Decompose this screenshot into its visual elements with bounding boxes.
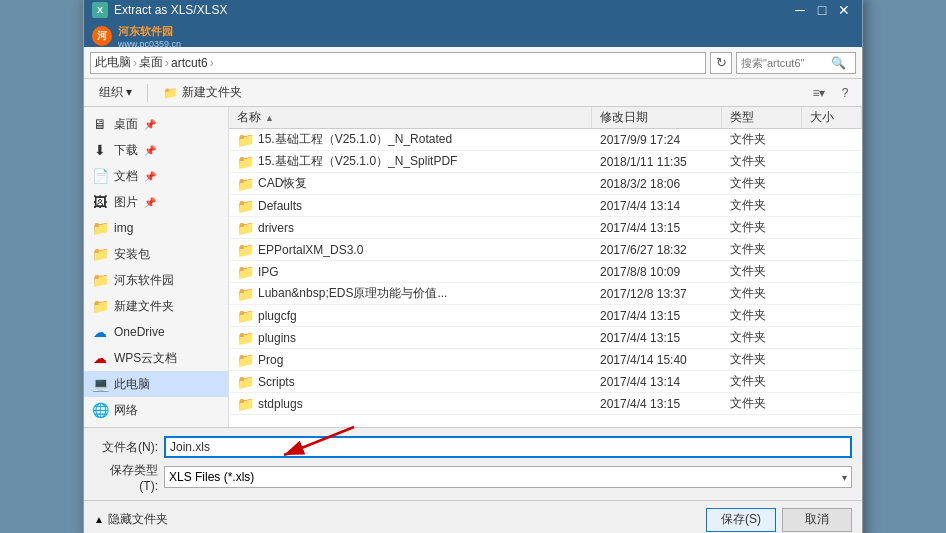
- file-list-header: 名称 ▲ 修改日期 类型 大小: [229, 107, 862, 129]
- filetype-dropdown[interactable]: XLS Files (*.xls) ▾: [164, 466, 852, 488]
- sidebar-item-downloads[interactable]: ⬇ 下载 📌: [84, 137, 228, 163]
- table-row[interactable]: 📁 Scripts 2017/4/4 13:14 文件夹: [229, 371, 862, 393]
- col-type-label: 类型: [730, 109, 754, 126]
- footer: ▲ 隐藏文件夹 保存(S) 取消: [84, 500, 862, 533]
- file-type-cell: 文件夹: [722, 373, 802, 390]
- filename-row: 文件名(N):: [94, 434, 852, 460]
- table-row[interactable]: 📁 EPPortalXM_DS3.0 2017/6/27 18:32 文件夹: [229, 239, 862, 261]
- col-header-type[interactable]: 类型: [722, 107, 802, 128]
- sidebar-item-network[interactable]: 🌐 网络: [84, 397, 228, 423]
- breadcrumb-desktop[interactable]: 桌面: [139, 54, 163, 71]
- table-row[interactable]: 📁 IPG 2017/8/8 10:09 文件夹: [229, 261, 862, 283]
- search-container: 🔍: [736, 52, 856, 74]
- col-header-name[interactable]: 名称 ▲: [229, 107, 592, 128]
- title-controls: ─ □ ✕: [790, 0, 854, 20]
- table-row[interactable]: 📁 plugins 2017/4/4 13:15 文件夹: [229, 327, 862, 349]
- sidebar-label-onedrive: OneDrive: [114, 325, 165, 339]
- folder-icon: 📁: [237, 396, 254, 412]
- file-type-cell: 文件夹: [722, 263, 802, 280]
- sidebar-label-thispc: 此电脑: [114, 376, 150, 393]
- logo-container: 河 河东软件园 www.pc0359.cn: [92, 24, 181, 49]
- file-date-cell: 2018/1/11 11:35: [592, 155, 722, 169]
- sidebar-item-img[interactable]: 📁 img: [84, 215, 228, 241]
- sidebar-item-documents[interactable]: 📄 文档 📌: [84, 163, 228, 189]
- help-button[interactable]: ?: [834, 82, 856, 104]
- file-name-cell: 📁 plugins: [229, 330, 592, 346]
- table-row[interactable]: 📁 15.基础工程（V25.1.0）_N_Rotated 2017/9/9 17…: [229, 129, 862, 151]
- hide-folders-toggle[interactable]: ▲ 隐藏文件夹: [94, 511, 168, 528]
- organize-button[interactable]: 组织 ▾: [90, 82, 141, 104]
- network-icon: 🌐: [92, 403, 108, 417]
- filename-label: 文件名(N):: [94, 439, 164, 456]
- col-header-date[interactable]: 修改日期: [592, 107, 722, 128]
- sidebar-item-inner: 🖼 图片: [92, 194, 138, 211]
- sidebar-item-pictures[interactable]: 🖼 图片 📌: [84, 189, 228, 215]
- table-row[interactable]: 📁 Prog 2017/4/14 15:40 文件夹: [229, 349, 862, 371]
- logo-texts: 河东软件园 www.pc0359.cn: [118, 24, 181, 49]
- file-name-cell: 📁 EPPortalXM_DS3.0: [229, 242, 592, 258]
- file-name-cell: 📁 Prog: [229, 352, 592, 368]
- sidebar-item-wps[interactable]: ☁ WPS云文档: [84, 345, 228, 371]
- title-bar: X Extract as XLS/XLSX ─ □ ✕: [84, 0, 862, 25]
- sidebar-item-hedong[interactable]: 📁 河东软件园: [84, 267, 228, 293]
- file-date-cell: 2018/3/2 18:06: [592, 177, 722, 191]
- sidebar-label-img: img: [114, 221, 133, 235]
- maximize-button[interactable]: □: [812, 0, 832, 20]
- refresh-button[interactable]: ↻: [710, 52, 732, 74]
- filename-input[interactable]: [164, 436, 852, 458]
- file-name-text: IPG: [258, 265, 279, 279]
- toolbar-separator: [147, 84, 148, 102]
- search-icon[interactable]: 🔍: [831, 56, 846, 70]
- address-bar: 此电脑 › 桌面 › artcut6 › ↻ 🔍: [84, 47, 862, 79]
- breadcrumb-pc[interactable]: 此电脑: [95, 54, 131, 71]
- main-dialog: X Extract as XLS/XLSX ─ □ ✕ 河 河东软件园 www.…: [83, 0, 863, 533]
- sidebar-item-desktop[interactable]: 🖥 桌面 📌: [84, 111, 228, 137]
- logo-icon: 河: [92, 26, 112, 46]
- sidebar-item-newfolder[interactable]: 📁 新建文件夹: [84, 293, 228, 319]
- sidebar-item-onedrive[interactable]: ☁ OneDrive: [84, 319, 228, 345]
- sidebar-item-thispc[interactable]: 💻 此电脑: [84, 371, 228, 397]
- sidebar-item-inner: 📄 文档: [92, 168, 138, 185]
- table-row[interactable]: 📁 drivers 2017/4/4 13:15 文件夹: [229, 217, 862, 239]
- file-name-cell: 📁 IPG: [229, 264, 592, 280]
- col-date-label: 修改日期: [600, 109, 648, 126]
- title-bar-left: X Extract as XLS/XLSX: [92, 2, 227, 18]
- table-row[interactable]: 📁 15.基础工程（V25.1.0）_N_SplitPDF 2018/1/11 …: [229, 151, 862, 173]
- folder-icon: 📁: [237, 286, 254, 302]
- sidebar-label-pictures: 图片: [114, 194, 138, 211]
- file-date-cell: 2017/12/8 13:37: [592, 287, 722, 301]
- cancel-button[interactable]: 取消: [782, 508, 852, 532]
- sidebar-item-install[interactable]: 📁 安装包: [84, 241, 228, 267]
- close-button[interactable]: ✕: [834, 0, 854, 20]
- table-row[interactable]: 📁 CAD恢复 2018/3/2 18:06 文件夹: [229, 173, 862, 195]
- install-folder-icon: 📁: [92, 247, 108, 261]
- file-type-cell: 文件夹: [722, 175, 802, 192]
- view-toggle-button[interactable]: ≡▾: [808, 82, 830, 104]
- img-folder-icon: 📁: [92, 221, 108, 235]
- table-row[interactable]: 📁 plugcfg 2017/4/4 13:15 文件夹: [229, 305, 862, 327]
- minimize-button[interactable]: ─: [790, 0, 810, 20]
- red-arrow-wrapper: 文件名(N): 保存类型(T): XLS Files (*.xls) ▾: [84, 427, 862, 500]
- pin-icon-desktop: 📌: [144, 119, 156, 130]
- search-input[interactable]: [741, 57, 831, 69]
- table-row[interactable]: 📁 Defaults 2017/4/4 13:14 文件夹: [229, 195, 862, 217]
- toolbar-right: ≡▾ ?: [808, 82, 856, 104]
- table-row[interactable]: 📁 stdplugs 2017/4/4 13:15 文件夹: [229, 393, 862, 415]
- breadcrumb[interactable]: 此电脑 › 桌面 › artcut6 ›: [90, 52, 706, 74]
- file-name-cell: 📁 Luban&nbsp;EDS原理功能与价值...: [229, 285, 592, 302]
- new-folder-button[interactable]: 📁 新建文件夹: [154, 82, 251, 104]
- col-header-size[interactable]: 大小: [802, 107, 862, 128]
- breadcrumb-sep2: ›: [165, 56, 169, 70]
- footer-buttons: 保存(S) 取消: [706, 508, 852, 532]
- file-type-cell: 文件夹: [722, 395, 802, 412]
- file-date-cell: 2017/8/8 10:09: [592, 265, 722, 279]
- hide-folders-icon: ▲: [94, 514, 104, 525]
- save-button[interactable]: 保存(S): [706, 508, 776, 532]
- sidebar-label-desktop: 桌面: [114, 116, 138, 133]
- file-type-cell: 文件夹: [722, 351, 802, 368]
- table-row[interactable]: 📁 Luban&nbsp;EDS原理功能与价值... 2017/12/8 13:…: [229, 283, 862, 305]
- breadcrumb-artcut[interactable]: artcut6: [171, 56, 208, 70]
- sidebar-label-install: 安装包: [114, 246, 150, 263]
- file-list[interactable]: 📁 15.基础工程（V25.1.0）_N_Rotated 2017/9/9 17…: [229, 129, 862, 427]
- main-content: 🖥 桌面 📌 ⬇ 下载 📌 📄 文档 📌: [84, 107, 862, 427]
